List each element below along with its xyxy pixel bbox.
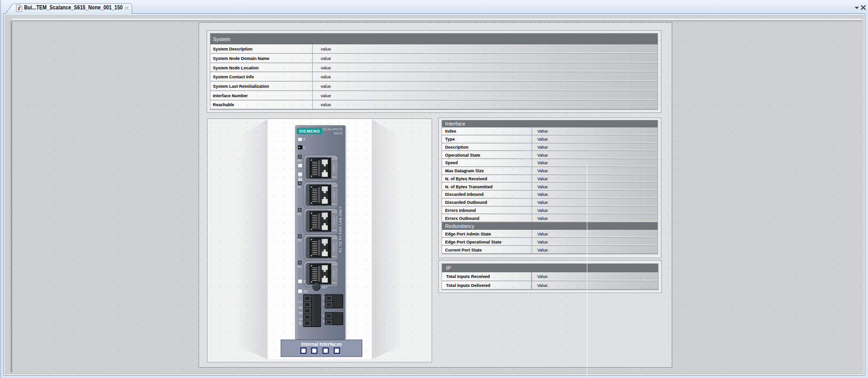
svg-text:O: O	[322, 303, 324, 305]
svg-text:#: #	[17, 6, 20, 11]
svg-text:L2-: L2-	[298, 317, 302, 320]
svg-text:D: D	[323, 320, 325, 323]
svg-text:O: O	[322, 296, 324, 299]
svg-text:Internal Interfaces: Internal Interfaces	[301, 342, 342, 347]
svg-text:M1: M1	[299, 306, 303, 309]
svg-text:D: D	[323, 314, 325, 317]
svg-text:M2: M2	[299, 311, 303, 315]
svg-text:L1+: L1+	[298, 300, 303, 303]
